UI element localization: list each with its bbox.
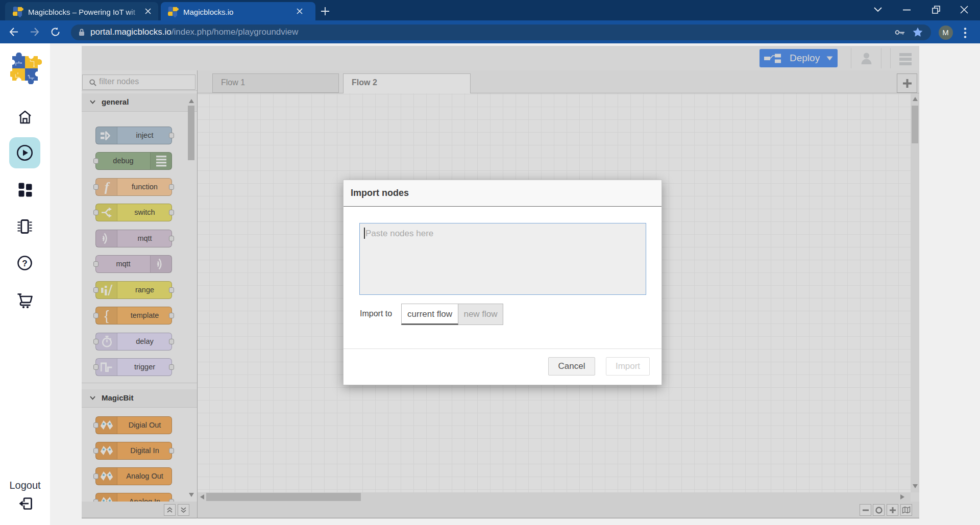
svg-text:?: ?: [22, 259, 27, 268]
